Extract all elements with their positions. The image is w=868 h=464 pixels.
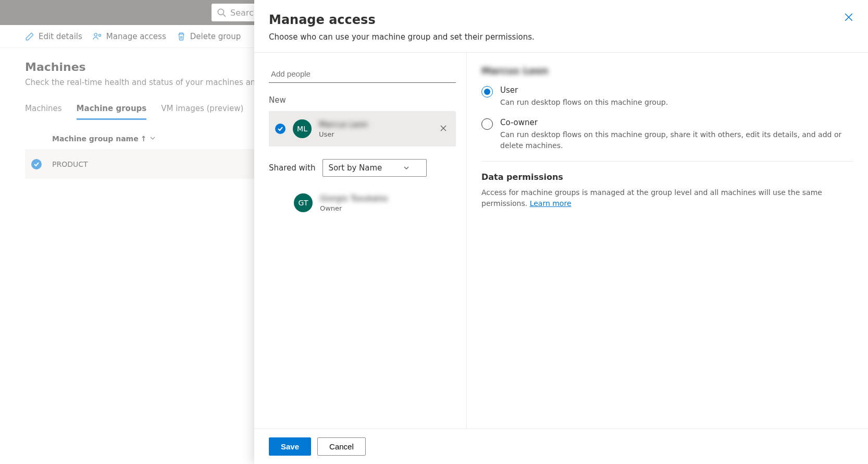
shared-with-row: Shared with Sort by Name — [269, 159, 456, 177]
close-icon — [439, 124, 448, 132]
save-button[interactable]: Save — [269, 437, 311, 456]
role-coowner-text: Co-owner Can run desktop flows on this m… — [500, 118, 853, 151]
person-info: Marcus Leon User — [319, 120, 430, 138]
panel-body: New ML Marcus Leon User Shared with Sort… — [254, 53, 868, 429]
radio-coowner[interactable] — [481, 118, 493, 130]
person-name: Giorgio Tsoukalos — [320, 194, 450, 203]
avatar: GT — [294, 193, 313, 212]
person-role: Owner — [320, 204, 450, 212]
divider — [481, 161, 853, 162]
remove-person-button[interactable] — [437, 122, 450, 136]
avatar: ML — [293, 119, 312, 138]
panel-left: New ML Marcus Leon User Shared with Sort… — [254, 53, 467, 429]
learn-more-link[interactable]: Learn more — [530, 199, 572, 207]
role-option-coowner[interactable]: Co-owner Can run desktop flows on this m… — [481, 118, 853, 151]
person-selected-check-icon[interactable] — [275, 124, 286, 134]
role-coowner-desc: Can run desktop flows on this machine gr… — [500, 129, 853, 151]
close-icon — [844, 13, 853, 22]
radio-dot — [484, 89, 490, 95]
sort-select-value: Sort by Name — [328, 163, 382, 173]
panel-subtitle: Choose who can use your machine group an… — [269, 32, 853, 42]
chevron-down-icon — [403, 165, 410, 171]
role-coowner-label: Co-owner — [500, 118, 853, 127]
data-permissions-desc: Access for machine groups is managed at … — [481, 187, 853, 209]
sort-select[interactable]: Sort by Name — [323, 159, 427, 177]
panel-title: Manage access — [269, 13, 853, 27]
selected-person-heading: Marcus Leon — [481, 65, 853, 76]
role-user-text: User Can run desktop flows on this machi… — [500, 86, 668, 107]
data-permissions-title: Data permissions — [481, 172, 853, 182]
role-option-user[interactable]: User Can run desktop flows on this machi… — [481, 86, 853, 107]
person-info: Giorgio Tsoukalos Owner — [320, 194, 450, 212]
person-name: Marcus Leon — [319, 120, 430, 129]
cancel-button[interactable]: Cancel — [317, 437, 366, 456]
person-row-shared[interactable]: GT Giorgio Tsoukalos Owner — [269, 185, 456, 221]
close-button[interactable] — [844, 13, 853, 23]
role-user-desc: Can run desktop flows on this machine gr… — [500, 97, 668, 107]
new-section-label: New — [269, 95, 456, 105]
panel-header: Manage access Choose who can use your ma… — [254, 0, 868, 53]
panel-right: Marcus Leon User Can run desktop flows o… — [467, 53, 868, 429]
role-user-label: User — [500, 86, 668, 95]
person-row-new[interactable]: ML Marcus Leon User — [269, 111, 456, 146]
add-people-input[interactable] — [269, 65, 456, 83]
radio-user[interactable] — [481, 86, 493, 97]
manage-access-panel: Manage access Choose who can use your ma… — [254, 0, 868, 464]
shared-with-label: Shared with — [269, 163, 315, 173]
panel-footer: Save Cancel — [254, 429, 868, 464]
person-role: User — [319, 130, 430, 138]
